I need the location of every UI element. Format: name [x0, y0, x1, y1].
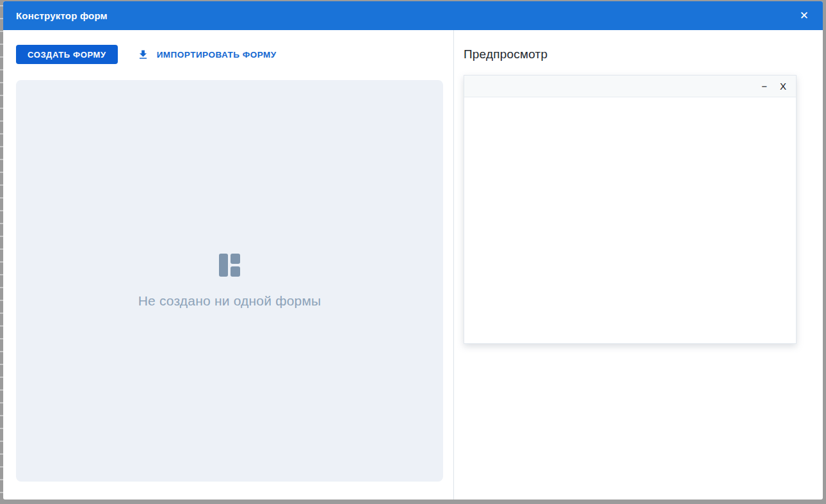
layout-dashboard-icon [219, 254, 240, 279]
close-icon[interactable]: X [780, 81, 786, 91]
form-builder-dialog: Конструктор форм ✕ СОЗДАТЬ ФОРМУ ИМПОРТИ… [3, 1, 823, 500]
download-icon [137, 49, 149, 61]
dialog-title: Конструктор форм [16, 10, 108, 21]
import-form-label: ИМПОРТИРОВАТЬ ФОРМУ [157, 50, 277, 60]
preview-window: − X [464, 75, 797, 344]
dialog-titlebar: Конструктор форм ✕ [3, 1, 823, 30]
minimize-icon[interactable]: − [761, 81, 767, 91]
empty-state-message: Не создано ни одной формы [138, 293, 321, 309]
preview-window-titlebar: − X [464, 76, 796, 97]
preview-window-content [464, 97, 796, 343]
preview-heading: Предпросмотр [464, 47, 823, 61]
import-form-button[interactable]: ИМПОРТИРОВАТЬ ФОРМУ [137, 49, 277, 61]
dialog-body: СОЗДАТЬ ФОРМУ ИМПОРТИРОВАТЬ ФОРМУ [3, 30, 823, 500]
create-form-button[interactable]: СОЗДАТЬ ФОРМУ [16, 45, 118, 64]
forms-toolbar: СОЗДАТЬ ФОРМУ ИМПОРТИРОВАТЬ ФОРМУ [16, 45, 441, 64]
close-icon[interactable]: ✕ [798, 8, 810, 24]
preview-pane: Предпросмотр − X [454, 30, 823, 500]
forms-empty-state: Не создано ни одной формы [16, 80, 443, 482]
forms-list-pane: СОЗДАТЬ ФОРМУ ИМПОРТИРОВАТЬ ФОРМУ [3, 30, 453, 500]
